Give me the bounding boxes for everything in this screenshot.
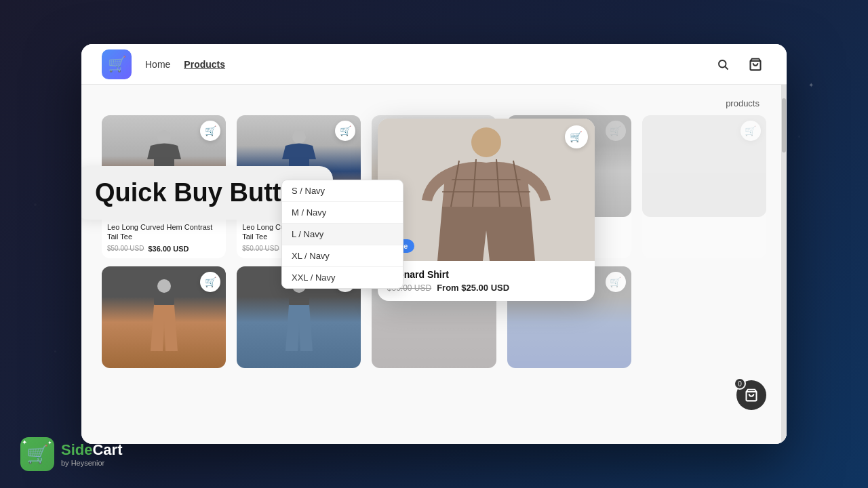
variant-xl-navy[interactable]: XL / Navy — [282, 245, 403, 267]
brand-section: 🛒 ✦ ✦ SideCart by Heysenior — [20, 437, 122, 471]
product-card-6[interactable]: 🛒 — [102, 266, 226, 368]
svg-point-15 — [471, 127, 501, 157]
nav-products[interactable]: Products — [184, 59, 225, 70]
quick-buy-btn-9[interactable]: 🛒 — [606, 272, 626, 292]
main-content: Quick Buy Button products Sale 🛒 — [81, 85, 787, 444]
variant-dropdown: S / Navy M / Navy L / Navy XL / Navy XXL… — [281, 180, 403, 289]
navbar: 🛒 Home Products — [81, 44, 787, 85]
cart-count-badge: 0 — [734, 378, 746, 390]
quick-buy-btn-1[interactable]: 🛒 — [200, 121, 220, 141]
variant-s-navy[interactable]: S / Navy — [282, 180, 403, 202]
product-card-5-image-area: 🛒 — [642, 115, 766, 217]
product-1-prices: $50.00 USD $36.00 USD — [107, 245, 220, 253]
logo-icon: 🛒 — [108, 56, 126, 73]
svg-point-3 — [157, 130, 171, 144]
product-1-info: Leo Long Curved Hem Contrast Tail Tee $5… — [102, 217, 226, 258]
scrollbar[interactable] — [781, 85, 787, 444]
site-logo[interactable]: 🛒 — [102, 49, 132, 79]
svg-point-4 — [292, 130, 306, 144]
brand-text: SideCart by Heysenior — [61, 441, 122, 467]
popup-info: Leonard Shirt $50.00 USD From $25.00 USD — [378, 261, 595, 301]
popup-product-name: Leonard Shirt — [387, 269, 585, 280]
svg-point-10 — [157, 279, 171, 293]
variant-m-navy[interactable]: M / Navy — [282, 202, 403, 224]
product-2-price-original: $50.00 USD — [242, 245, 279, 252]
svg-rect-13 — [289, 293, 309, 305]
product-1-price-original: $50.00 USD — [107, 245, 144, 252]
brand-name: SideCart — [61, 441, 122, 459]
quick-buy-btn-6[interactable]: 🛒 — [200, 272, 220, 292]
floating-cart-button[interactable]: 0 — [736, 380, 766, 410]
product-card-5[interactable]: 🛒 — [642, 115, 766, 258]
floating-cart-wrapper: 0 — [736, 380, 766, 410]
popup-cart-button[interactable]: 🛒 — [565, 125, 588, 148]
quick-buy-title: Quick Buy Button — [95, 178, 313, 207]
popup-price-row: $50.00 USD From $25.00 USD — [387, 283, 585, 293]
svg-point-0 — [719, 60, 726, 68]
product-1-name: Leo Long Curved Hem Contrast Tail Tee — [107, 222, 220, 242]
brand-logo: 🛒 ✦ ✦ — [20, 437, 54, 471]
nav-home[interactable]: Home — [145, 59, 170, 70]
section-header: products — [102, 98, 766, 108]
section-title: products — [726, 98, 760, 108]
nav-icons — [712, 54, 766, 75]
popup-product-image: 🛒 Sale — [378, 119, 595, 261]
variant-xxl-navy[interactable]: XXL / Navy — [282, 267, 403, 288]
browser-window: 🛒 Home Products — [81, 44, 787, 444]
popup-price-sale: From $25.00 USD — [437, 283, 509, 293]
cart-button[interactable] — [745, 54, 766, 75]
quick-buy-btn-4[interactable]: 🛒 — [606, 121, 626, 141]
product-card-6-image-area: 🛒 — [102, 266, 226, 368]
brand-name-cart: Cart — [92, 441, 122, 458]
variant-l-navy[interactable]: L / Navy — [282, 224, 403, 245]
quick-buy-popup: 🛒 Sale Leonard Shirt $50.00 USD From $25… — [378, 119, 595, 301]
svg-line-1 — [725, 66, 728, 69]
quick-buy-btn-5[interactable]: 🛒 — [741, 121, 761, 141]
nav-links: Home Products — [145, 59, 712, 70]
scrollbar-thumb[interactable] — [782, 98, 786, 152]
brand-name-side: Side — [61, 441, 92, 458]
product-1-price-sale: $36.00 USD — [148, 245, 189, 253]
brand-sub: by Heysenior — [61, 459, 122, 467]
search-button[interactable] — [712, 54, 734, 75]
svg-rect-11 — [154, 293, 174, 305]
